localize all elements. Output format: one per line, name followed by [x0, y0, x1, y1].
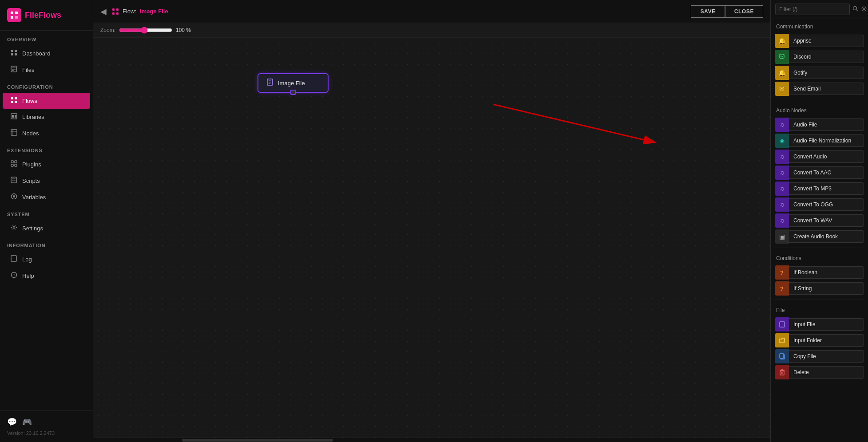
extensions-section: EXTENSIONS Plugins Scripts Variables	[0, 142, 93, 205]
svg-rect-48	[780, 322, 785, 327]
sidebar-item-help[interactable]: ? Help	[3, 268, 90, 284]
scripts-icon	[10, 177, 18, 185]
sidebar-item-nodes[interactable]: Nodes	[3, 125, 90, 141]
panel-item-convert-audio[interactable]: ♫ Convert Audio	[774, 149, 864, 164]
panel-item-copy-file[interactable]: Copy File	[774, 349, 864, 364]
convert-ogg-label: Convert To OGG	[789, 198, 864, 211]
section-conditions: Conditions ? If Boolean ? If String	[771, 251, 868, 297]
sidebar-item-flows[interactable]: Flows	[3, 93, 90, 109]
node-label: Image File	[278, 80, 305, 87]
copy-file-icon	[775, 349, 789, 363]
panel-item-convert-ogg[interactable]: ♫ Convert To OGG	[774, 197, 864, 212]
panel-item-convert-aac[interactable]: ♫ Convert To AAC	[774, 165, 864, 180]
svg-point-47	[863, 8, 865, 10]
node-handle[interactable]	[290, 90, 296, 95]
topbar: ◀ Flow: Image File SAVE CLOSE	[93, 0, 770, 23]
svg-rect-25	[15, 164, 17, 166]
panel-item-discord[interactable]: Discord	[774, 49, 864, 64]
close-button[interactable]: CLOSE	[725, 5, 763, 18]
variables-icon	[10, 193, 18, 201]
sidebar-toggle[interactable]: ◀	[100, 7, 107, 16]
zoom-slider[interactable]	[119, 27, 172, 34]
gotify-icon: 🔔	[775, 66, 789, 80]
delete-label: Delete	[789, 366, 864, 379]
discord-item-icon	[775, 50, 789, 64]
save-button[interactable]: SAVE	[691, 5, 725, 18]
sidebar-footer: 💬 🎮 Version: 23.10.2.2473	[0, 410, 93, 442]
sidebar-item-scripts[interactable]: Scripts	[3, 173, 90, 189]
configuration-label: CONFIGURATION	[0, 78, 93, 92]
sidebar-item-plugins[interactable]: Plugins	[3, 156, 90, 172]
svg-point-45	[853, 7, 857, 10]
svg-rect-15	[15, 101, 17, 103]
flows-icon	[10, 97, 18, 105]
sidebar-item-log[interactable]: Log	[3, 251, 90, 267]
zoom-label: Zoom:	[100, 27, 115, 33]
panel-item-convert-mp3[interactable]: ♫ Convert To MP3	[774, 181, 864, 196]
input-folder-label: Input Folder	[789, 334, 864, 347]
sidebar-item-libraries[interactable]: Libraries	[3, 109, 90, 125]
system-label: SYSTEM	[0, 205, 93, 220]
canvas-scrollbar[interactable]	[93, 438, 770, 442]
if-string-icon: ?	[775, 281, 789, 296]
svg-rect-5	[15, 50, 17, 52]
audio-nodes-section-label: Audio Nodes	[771, 103, 868, 116]
input-file-icon	[775, 317, 789, 332]
sidebar-item-settings[interactable]: Settings	[3, 220, 90, 236]
svg-rect-50	[780, 354, 784, 358]
panel-item-input-file[interactable]: Input File	[774, 317, 864, 332]
flow-node-image-file[interactable]: Image File	[258, 73, 329, 93]
discord-label: Discord	[789, 51, 864, 63]
panel-item-convert-wav[interactable]: ♫ Convert To WAV	[774, 213, 864, 228]
topbar-actions: SAVE CLOSE	[691, 5, 763, 18]
panel-item-send-email[interactable]: ✉ Send Email	[774, 81, 864, 96]
svg-rect-14	[11, 101, 13, 103]
svg-rect-1	[15, 12, 18, 14]
panel-item-if-boolean[interactable]: ? If Boolean	[774, 265, 864, 280]
sidebar-item-dashboard[interactable]: Dashboard	[3, 45, 90, 61]
svg-rect-23	[15, 161, 17, 163]
create-audio-book-icon: ▣	[775, 229, 789, 244]
canvas-scrollbar-thumb[interactable]	[182, 439, 333, 442]
gear-icon[interactable]	[861, 6, 867, 13]
svg-rect-51	[780, 371, 784, 375]
sidebar-item-files[interactable]: Files	[3, 62, 90, 78]
system-section: SYSTEM Settings	[0, 205, 93, 237]
conditions-section-label: Conditions	[771, 251, 868, 264]
main-area: ◀ Flow: Image File SAVE CLOSE Zoom: 100 …	[93, 0, 770, 442]
sidebar-item-plugins-label: Plugins	[22, 161, 41, 168]
panel-item-create-audio-book[interactable]: ▣ Create Audio Book	[774, 229, 864, 244]
panel-item-audio-file[interactable]: ♫ Audio File	[774, 117, 864, 132]
log-icon	[10, 255, 18, 263]
file-section-label: File	[771, 303, 868, 316]
sidebar-item-variables[interactable]: Variables	[3, 189, 90, 205]
svg-rect-13	[15, 97, 17, 99]
input-file-label: Input File	[789, 318, 864, 331]
canvas[interactable]: Image File	[93, 38, 770, 438]
flow-name: Image File	[140, 8, 168, 15]
panel-item-if-string[interactable]: ? If String	[774, 281, 864, 296]
panel-item-audio-file-norm[interactable]: ◈ Audio File Normalization	[774, 133, 864, 148]
panel-item-gotify[interactable]: 🔔 Gotify	[774, 65, 864, 80]
filter-input[interactable]	[775, 4, 850, 15]
panel-item-apprise[interactable]: 🔔 Apprise	[774, 33, 864, 48]
if-boolean-label: If Boolean	[789, 266, 864, 279]
sidebar-item-variables-label: Variables	[22, 194, 46, 201]
overview-section: OVERVIEW Dashboard Files	[0, 31, 93, 78]
delete-icon	[775, 365, 789, 379]
panel-item-input-folder[interactable]: Input Folder	[774, 333, 864, 348]
version-text: Version: 23.10.2.2473	[7, 430, 86, 436]
section-audio-nodes: Audio Nodes ♫ Audio File ◈ Audio File No…	[771, 103, 868, 245]
panel-item-delete[interactable]: Delete	[774, 365, 864, 380]
input-folder-icon	[775, 333, 789, 347]
configuration-section: CONFIGURATION Flows Libraries Nodes	[0, 78, 93, 142]
extensions-label: EXTENSIONS	[0, 142, 93, 156]
flow-label: Flow: Image File	[112, 8, 168, 15]
search-icon	[852, 6, 858, 13]
svg-rect-4	[11, 50, 13, 52]
svg-line-46	[856, 10, 858, 12]
chat-icon: 💬	[7, 417, 17, 427]
convert-audio-label: Convert Audio	[789, 150, 864, 163]
svg-rect-38	[116, 12, 119, 15]
svg-rect-32	[11, 256, 16, 261]
